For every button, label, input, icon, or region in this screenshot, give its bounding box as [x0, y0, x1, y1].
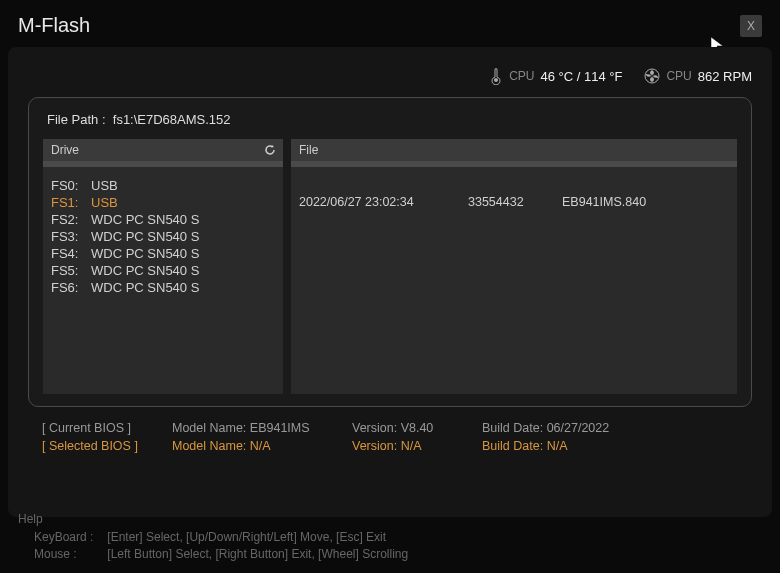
drive-id: FS3:: [51, 228, 81, 245]
file-header-label: File: [299, 143, 318, 157]
thermometer-icon: [489, 67, 503, 85]
help-mouse: Mouse : [Left Button] Select, [Right But…: [18, 546, 408, 563]
drive-id: FS4:: [51, 245, 81, 262]
drive-name: WDC PC SN540 S: [91, 279, 199, 296]
drive-id: FS5:: [51, 262, 81, 279]
drive-row[interactable]: FS5:WDC PC SN540 S: [51, 262, 275, 279]
drive-name: WDC PC SN540 S: [91, 245, 199, 262]
file-row[interactable]: 2022/06/27 23:02:3433554432EB941IMS.840: [299, 195, 729, 209]
drive-row[interactable]: FS4:WDC PC SN540 S: [51, 245, 275, 262]
drive-id: FS0:: [51, 177, 81, 194]
help-section: Help KeyBoard : [Enter] Select, [Up/Down…: [18, 511, 408, 563]
selected-bios-label: [ Selected BIOS ]: [42, 439, 172, 453]
cpu-temp: CPU 46 °C / 114 °F: [489, 67, 622, 85]
cpu-fan: CPU 862 RPM: [644, 68, 752, 84]
help-title: Help: [18, 511, 408, 528]
drive-id: FS1:: [51, 194, 81, 211]
app-title: M-Flash: [18, 14, 90, 37]
file-list: 2022/06/27 23:02:3433554432EB941IMS.840: [291, 167, 737, 394]
drive-name: USB: [91, 177, 118, 194]
file-path: File Path : fs1:\E7D68AMS.152: [43, 112, 737, 127]
drive-name: WDC PC SN540 S: [91, 211, 199, 228]
drive-row[interactable]: FS3:WDC PC SN540 S: [51, 228, 275, 245]
main-panel: CPU 46 °C / 114 °F CPU 862 RPM File Path…: [8, 47, 772, 517]
fan-icon: [644, 68, 660, 84]
drive-row[interactable]: FS2:WDC PC SN540 S: [51, 211, 275, 228]
current-version: Version: V8.40: [352, 421, 482, 435]
selected-version: Version: N/A: [352, 439, 482, 453]
cpu-temp-value: 46 °C / 114 °F: [541, 69, 623, 84]
drive-header: Drive: [43, 139, 283, 161]
file-column: File 2022/06/27 23:02:3433554432EB941IMS…: [291, 139, 737, 394]
close-button[interactable]: X: [740, 15, 762, 37]
drive-name: USB: [91, 194, 118, 211]
file-size: 33554432: [468, 195, 548, 209]
cpu-temp-label: CPU: [509, 69, 534, 83]
current-bios-label: [ Current BIOS ]: [42, 421, 172, 435]
refresh-button[interactable]: [261, 141, 279, 159]
drive-row[interactable]: FS1:USB: [51, 194, 275, 211]
current-model: Model Name: EB941IMS: [172, 421, 352, 435]
file-date: 2022/06/27 23:02:34: [299, 195, 454, 209]
svg-point-2: [651, 75, 654, 78]
drive-id: FS6:: [51, 279, 81, 296]
selected-build: Build Date: N/A: [482, 439, 662, 453]
drive-name: WDC PC SN540 S: [91, 262, 199, 279]
drive-row[interactable]: FS0:USB: [51, 177, 275, 194]
current-build: Build Date: 06/27/2022: [482, 421, 662, 435]
help-keyboard: KeyBoard : [Enter] Select, [Up/Down/Righ…: [18, 529, 408, 546]
drive-name: WDC PC SN540 S: [91, 228, 199, 245]
file-path-value: fs1:\E7D68AMS.152: [113, 112, 231, 127]
drive-header-label: Drive: [51, 143, 79, 157]
drive-list: FS0:USBFS1:USBFS2:WDC PC SN540 SFS3:WDC …: [43, 167, 283, 394]
cpu-fan-value: 862 RPM: [698, 69, 752, 84]
status-bar: CPU 46 °C / 114 °F CPU 862 RPM: [28, 67, 752, 85]
file-header: File: [291, 139, 737, 161]
drive-row[interactable]: FS6:WDC PC SN540 S: [51, 279, 275, 296]
file-name: EB941IMS.840: [562, 195, 646, 209]
file-browser-panel: File Path : fs1:\E7D68AMS.152 Drive FS0:…: [28, 97, 752, 407]
drive-id: FS2:: [51, 211, 81, 228]
svg-point-0: [494, 78, 498, 82]
file-path-label: File Path :: [47, 112, 106, 127]
refresh-icon: [263, 143, 277, 157]
bios-info: [ Current BIOS ] Model Name: EB941IMS Ve…: [28, 421, 752, 461]
drive-column: Drive FS0:USBFS1:USBFS2:WDC PC SN540 SFS…: [43, 139, 283, 394]
selected-model: Model Name: N/A: [172, 439, 352, 453]
cpu-fan-label: CPU: [666, 69, 691, 83]
